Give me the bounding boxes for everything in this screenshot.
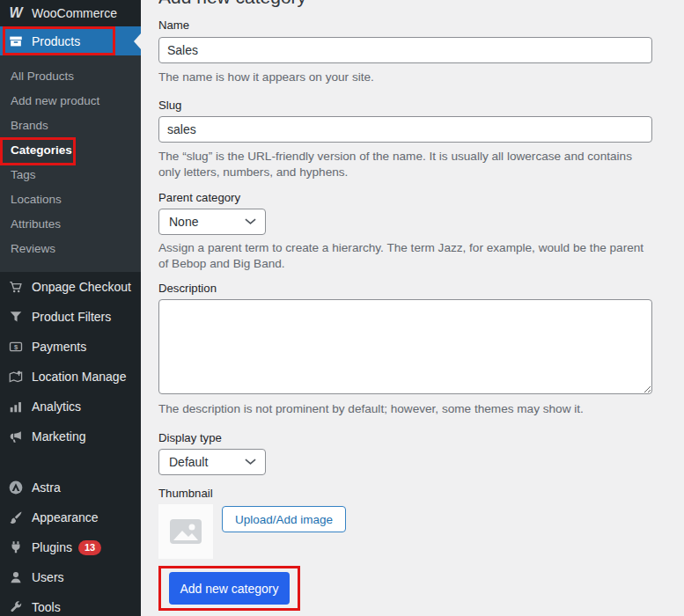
- sidebar-item-tools[interactable]: Tools: [0, 592, 141, 616]
- plugin-icon: [7, 539, 25, 556]
- sidebar-item-astra[interactable]: Astra: [0, 473, 141, 502]
- sidebar-item-label: Onpage Checkout: [32, 280, 131, 294]
- description-field: Description The description is not promi…: [158, 282, 652, 417]
- sidebar-item-reviews[interactable]: Reviews: [0, 237, 141, 261]
- wrench-icon: [7, 598, 25, 616]
- name-label: Name: [158, 19, 652, 32]
- main-content: Add new category Name The name is how it…: [141, 0, 684, 616]
- thumbnail-placeholder: [158, 504, 213, 559]
- sidebar-item-label: Users: [32, 570, 64, 584]
- sidebar-item-analytics[interactable]: Analytics: [0, 392, 141, 422]
- page-title: Add new category: [158, 0, 652, 7]
- sidebar-item-payments[interactable]: $ Payments: [0, 332, 141, 362]
- admin-sidebar: W WooCommerce Products All Products Add …: [0, 0, 141, 616]
- display-type-selected-value: Default: [169, 455, 208, 469]
- sidebar-item-label: Product Filters: [32, 310, 111, 324]
- image-placeholder-icon: [170, 519, 202, 544]
- thumbnail-field: Thumbnail Upload/Add image: [158, 488, 652, 559]
- sidebar-item-appearance[interactable]: Appearance: [0, 502, 141, 532]
- astra-logo-icon: [7, 479, 25, 496]
- selected-item-arrow: [134, 33, 141, 49]
- thumbnail-row: Upload/Add image: [158, 504, 652, 559]
- chevron-down-icon: [245, 458, 256, 466]
- sidebar-item-marketing[interactable]: Marketing: [0, 422, 141, 451]
- sidebar-item-products[interactable]: Products: [0, 26, 141, 55]
- page-title-clipped: Add new category: [158, 0, 652, 7]
- slug-input[interactable]: [158, 116, 652, 143]
- sidebar-item-onpage-checkout[interactable]: Onpage Checkout: [0, 272, 141, 302]
- parent-category-help-text: Assign a parent term to create a hierarc…: [158, 240, 652, 272]
- slug-field: Slug The “slug” is the URL-friendly vers…: [158, 99, 652, 180]
- slug-label: Slug: [158, 99, 652, 112]
- sidebar-item-label: Analytics: [32, 400, 81, 414]
- svg-text:$: $: [14, 343, 18, 351]
- thumbnail-label: Thumbnail: [158, 488, 652, 500]
- sidebar-item-label: WooCommerce: [32, 6, 117, 20]
- sidebar-item-brands[interactable]: Brands: [0, 114, 141, 138]
- annotation-box-add-new-category: Add new category: [158, 566, 300, 611]
- sidebar-item-label: Plugins: [32, 540, 72, 554]
- sidebar-item-label: Tools: [32, 600, 61, 614]
- sidebar-item-label: Payments: [32, 340, 86, 354]
- name-help-text: The name is how it appears on your site.: [158, 70, 652, 85]
- woocommerce-icon: W: [7, 4, 25, 22]
- parent-category-selected-value: None: [169, 215, 198, 229]
- filter-icon: [7, 308, 25, 326]
- slug-help-text: The “slug” is the URL-friendly version o…: [158, 149, 652, 180]
- sidebar-item-label: Astra: [32, 480, 61, 495]
- sidebar-item-product-filters[interactable]: Product Filters: [0, 302, 141, 332]
- sidebar-item-label: Products: [32, 34, 80, 48]
- description-label: Description: [158, 282, 652, 295]
- menu-separator: [0, 451, 141, 473]
- sidebar-item-add-new-product[interactable]: Add new product: [0, 89, 141, 114]
- parent-category-select[interactable]: None: [158, 209, 266, 235]
- woocommerce-admin-screen: W WooCommerce Products All Products Add …: [0, 0, 684, 616]
- sidebar-item-locations[interactable]: Locations: [0, 187, 141, 212]
- description-help-text: The description is not prominent by defa…: [158, 401, 652, 417]
- sidebar-item-all-products[interactable]: All Products: [0, 64, 141, 89]
- bar-chart-icon: [7, 398, 25, 415]
- products-icon: [7, 33, 25, 50]
- megaphone-icon: [7, 428, 25, 445]
- products-submenu: All Products Add new product Brands Cate…: [0, 55, 141, 272]
- sidebar-item-users[interactable]: Users: [0, 562, 141, 592]
- display-type-label: Display type: [158, 432, 652, 444]
- chevron-down-icon: [245, 218, 256, 225]
- sidebar-item-categories[interactable]: Categories: [0, 138, 141, 163]
- cart-icon: [7, 278, 25, 296]
- sidebar-item-label: Marketing: [32, 429, 85, 444]
- sidebar-item-attributes[interactable]: Attributes: [0, 212, 141, 237]
- sidebar-item-location-manage[interactable]: Location Manage: [0, 362, 141, 392]
- display-type-field: Display type Default: [158, 432, 652, 475]
- upload-add-image-button[interactable]: Upload/Add image: [222, 506, 346, 532]
- description-textarea[interactable]: [158, 299, 652, 394]
- brush-icon: [7, 509, 25, 526]
- sidebar-item-label: Appearance: [32, 510, 99, 524]
- payments-icon: $: [7, 338, 25, 356]
- name-input[interactable]: [158, 37, 652, 63]
- parent-category-field: Parent category None Assign a parent ter…: [158, 192, 652, 272]
- sidebar-item-plugins[interactable]: Plugins 13: [0, 532, 141, 562]
- sidebar-item-label: Location Manage: [32, 370, 126, 384]
- name-field: Name The name is how it appears on your …: [158, 19, 652, 85]
- sidebar-item-tags[interactable]: Tags: [0, 163, 141, 187]
- user-icon: [7, 568, 25, 586]
- sidebar-item-woocommerce[interactable]: W WooCommerce: [0, 0, 141, 26]
- add-new-category-button[interactable]: Add new category: [169, 572, 290, 605]
- parent-category-label: Parent category: [158, 192, 652, 204]
- display-type-select[interactable]: Default: [158, 449, 266, 475]
- plugins-count-badge: 13: [78, 540, 101, 555]
- map-pin-icon: [7, 368, 25, 385]
